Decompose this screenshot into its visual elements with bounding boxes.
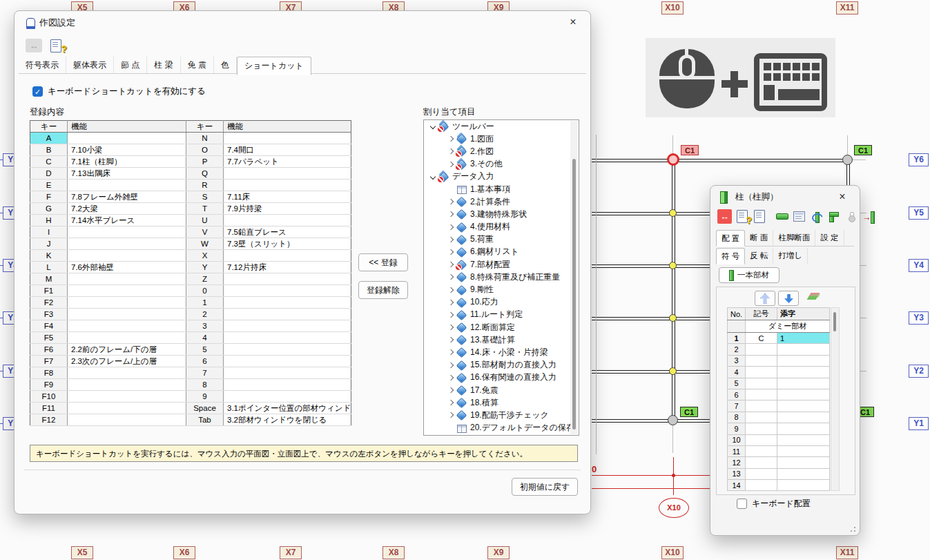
tree-item[interactable]: 4.使用材料 (424, 221, 579, 233)
key-cell-p[interactable]: P (186, 156, 224, 168)
function-cell[interactable] (224, 344, 351, 356)
row-number-cell[interactable]: 3 (728, 355, 746, 366)
function-cell[interactable] (68, 332, 186, 344)
key-cell-y[interactable]: Y (186, 262, 224, 273)
function-cell[interactable]: 3.2部材ウィンドウを閉じる (224, 414, 351, 426)
function-cell[interactable] (224, 297, 351, 309)
function-cell[interactable] (224, 379, 351, 391)
function-cell[interactable]: 7.2大梁 (68, 203, 186, 215)
resize-grip[interactable] (847, 523, 855, 532)
row-number-cell[interactable]: 1 (728, 333, 746, 344)
tree-scrollbar[interactable] (570, 121, 578, 434)
function-cell[interactable]: 7.11床 (224, 191, 351, 203)
row-number-cell[interactable]: 7 (728, 400, 746, 412)
tree-item[interactable]: 12.断面算定 (424, 321, 579, 334)
function-cell[interactable] (68, 391, 186, 403)
key-cell-g[interactable]: G (30, 203, 68, 215)
key-cell-7[interactable]: 7 (186, 367, 224, 379)
suffix-cell[interactable] (777, 389, 830, 400)
row-number-cell[interactable]: 5 (728, 378, 746, 389)
close-icon[interactable]: × (832, 189, 853, 205)
tab-7[interactable]: ショートカット (237, 57, 311, 75)
chevron-right-icon[interactable] (446, 322, 456, 332)
tree-item[interactable]: 19.配筋干渉チェック (424, 409, 579, 421)
key-cell-f8[interactable]: F8 (30, 367, 68, 379)
beam-3d-icon[interactable] (775, 209, 789, 224)
mark-cell[interactable] (746, 389, 777, 400)
function-cell[interactable]: 7.4開口 (224, 144, 351, 156)
register-button[interactable]: << 登録 (358, 253, 408, 271)
tree-item[interactable]: 5.荷重 (424, 233, 579, 246)
tree-item[interactable]: 13.基礎計算 (424, 334, 579, 346)
function-cell[interactable] (224, 215, 351, 226)
key-cell-f[interactable]: F (30, 191, 68, 203)
key-cell-5[interactable]: 5 (186, 344, 224, 356)
function-cell[interactable] (224, 320, 351, 332)
chevron-right-icon[interactable] (446, 335, 456, 345)
function-cell[interactable]: 7.1柱（柱脚） (68, 156, 186, 168)
member-table-scrollbar[interactable] (831, 307, 840, 491)
column-subtab-2[interactable]: 反 転 (745, 248, 773, 264)
row-number-cell[interactable]: 14 (728, 480, 746, 491)
tree-item[interactable]: 3.その他 (424, 158, 579, 171)
key-cell-space[interactable]: Space (186, 403, 224, 414)
jump-icon[interactable]: → (861, 209, 875, 224)
key-cell-8[interactable]: 8 (186, 379, 224, 391)
function-cell[interactable]: 2.2前のフレーム/下の層 (68, 344, 186, 356)
tree-item[interactable]: 14.床・小梁・片持梁 (424, 346, 579, 358)
mark-cell[interactable] (746, 480, 777, 491)
member-symbol-table[interactable]: No. 記号 添字 ダミー部材 1C1234567891011121314 (727, 307, 830, 491)
key-cell-f3[interactable]: F3 (30, 309, 68, 320)
key-cell-o[interactable]: O (186, 144, 224, 156)
suffix-cell[interactable] (777, 412, 830, 423)
dummy-member-row[interactable]: ダミー部材 (746, 320, 830, 333)
tab-3[interactable]: 節 点 (114, 57, 147, 73)
chevron-down-icon[interactable] (428, 122, 438, 131)
tree-item[interactable]: 6.鋼材リスト (424, 246, 579, 258)
suffix-cell[interactable] (777, 468, 830, 479)
temperature-icon[interactable] (844, 209, 858, 224)
tree-item[interactable]: 15.部材耐力の直接入力 (424, 359, 579, 371)
tree-item[interactable]: 8.特殊荷重及び補正重量 (424, 271, 579, 283)
function-cell[interactable]: 2.3次のフレーム/上の層 (68, 356, 186, 367)
key-cell-s[interactable]: S (186, 191, 224, 203)
key-cell-r[interactable]: R (186, 180, 224, 191)
key-cell-tab[interactable]: Tab (186, 414, 224, 426)
function-cell[interactable]: 7.6外部袖壁 (68, 262, 186, 273)
assign-items-tree[interactable]: ツールバー1.図面2.作図3.その他データ入力1.基本事項2.計算条件3.建物特… (423, 119, 579, 436)
function-cell[interactable]: 7.13出隅床 (68, 168, 186, 180)
key-cell-e[interactable]: E (30, 180, 68, 191)
key-cell-f9[interactable]: F9 (30, 379, 68, 391)
tree-item[interactable]: ツールバー (424, 120, 579, 133)
tree-item[interactable]: 10.応力 (424, 296, 579, 309)
mark-cell[interactable] (746, 445, 777, 456)
function-cell[interactable] (68, 133, 186, 144)
chevron-right-icon[interactable] (446, 209, 456, 219)
suffix-cell[interactable]: 1 (777, 333, 830, 344)
tree-item[interactable]: 2.計算条件 (424, 195, 579, 208)
function-cell[interactable] (224, 133, 351, 144)
chevron-right-icon[interactable] (446, 134, 456, 144)
tree-item[interactable]: 9.剛性 (424, 283, 579, 296)
mark-cell[interactable] (746, 434, 777, 445)
function-cell[interactable]: 7.7パラペット (224, 156, 351, 168)
column-subtab-1[interactable]: 符 号 (716, 248, 745, 264)
chevron-right-icon[interactable] (446, 247, 456, 257)
function-cell[interactable] (224, 332, 351, 344)
close-icon[interactable]: × (563, 14, 583, 30)
suffix-cell[interactable] (777, 355, 830, 366)
tab-5[interactable]: 免 震 (181, 57, 214, 73)
function-cell[interactable] (68, 285, 186, 297)
help-icon[interactable]: ? (735, 209, 749, 224)
row-number-cell[interactable]: 13 (728, 468, 746, 479)
key-cell-1[interactable]: 1 (186, 297, 224, 309)
tree-item[interactable]: 16.保有関連の直接入力 (424, 371, 579, 384)
column-titlebar[interactable]: 柱（柱脚） × (710, 186, 860, 208)
suffix-cell[interactable] (777, 480, 830, 491)
column-tab-3[interactable]: 柱脚断面 (773, 230, 815, 246)
key-cell-4[interactable]: 4 (186, 332, 224, 344)
key-cell-j[interactable]: J (30, 238, 68, 250)
key-cell-b[interactable]: B (30, 144, 68, 156)
function-cell[interactable]: 7.10小梁 (68, 144, 186, 156)
chevron-right-icon[interactable] (446, 373, 456, 383)
